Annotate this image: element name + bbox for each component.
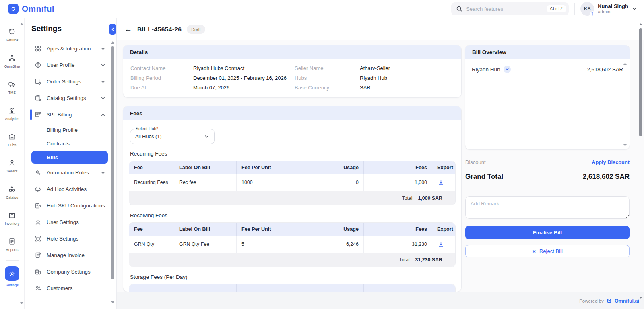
- close-icon: ×: [532, 248, 536, 254]
- search-box[interactable]: Ctrl/: [451, 2, 569, 15]
- expand-hub-button[interactable]: [504, 66, 511, 73]
- omniful-logo[interactable]: Omniful: [8, 4, 54, 14]
- scroll-up-icon[interactable]: [623, 63, 627, 65]
- reject-bill-button[interactable]: × Reject Bill: [465, 245, 630, 257]
- rail-item-catalog[interactable]: Catalog: [6, 185, 18, 199]
- chevron-down-icon: [505, 67, 509, 71]
- select-hub-dropdown[interactable]: Select Hub* All Hubs (1): [130, 129, 215, 144]
- analytics-icon: [8, 106, 16, 114]
- nav-role-settings[interactable]: Role Settings: [25, 230, 111, 247]
- powered-by-brand[interactable]: Omniful.ai: [615, 298, 639, 304]
- apps-icon: [35, 45, 41, 52]
- download-icon[interactable]: [438, 241, 444, 247]
- chevron-down-icon: [101, 170, 105, 175]
- rail-item-hubs[interactable]: Hubs: [8, 133, 17, 147]
- nav-catalog-settings[interactable]: Catalog Settings: [25, 90, 111, 106]
- avatar: KS: [580, 2, 594, 16]
- rail-item-tms[interactable]: TMS: [8, 80, 16, 95]
- nav-contracts[interactable]: Contracts: [25, 137, 111, 150]
- main-area: ← BILL-45654-26 Draft Details Contract N…: [117, 18, 644, 309]
- company-icon: [35, 268, 41, 275]
- fee-link[interactable]: GRN Qty: [129, 236, 174, 253]
- user-role: admin: [598, 9, 628, 14]
- nav-billing-profile[interactable]: Billing Profile: [25, 123, 111, 137]
- rail-scroll-up-icon[interactable]: [20, 23, 23, 25]
- table-total-row: Total 1,000 SAR: [129, 191, 455, 205]
- powered-by-label: Powered by: [579, 299, 604, 303]
- chevron-down-icon: [101, 96, 105, 101]
- field-value: December 01, 2025 - February 16, 2026: [193, 75, 295, 81]
- nav-hub-sku-configurations[interactable]: Hub SKU Configurations: [25, 197, 111, 214]
- rail-item-sellers[interactable]: Sellers: [7, 159, 18, 173]
- rail-item-inventory[interactable]: Inventory: [5, 211, 19, 226]
- divider: [465, 189, 630, 189]
- rail-item-settings[interactable]: Settings: [5, 266, 19, 287]
- chevron-up-icon: [101, 112, 105, 117]
- bill-overview-title: Bill Overview: [465, 45, 630, 59]
- collapse-sidebar-button[interactable]: [109, 24, 116, 35]
- back-button[interactable]: ←: [124, 25, 132, 33]
- role-icon: [35, 235, 41, 242]
- nav-bills-active[interactable]: Bills: [31, 151, 108, 164]
- table-header: Fee Label On Bill Fee Per Unit Usage Fee…: [129, 161, 455, 174]
- scroll-up-icon[interactable]: [639, 23, 642, 25]
- nav-automation-rules[interactable]: Automation Rules: [25, 164, 111, 181]
- rail-divider: [6, 260, 19, 261]
- order-settings-icon: [35, 78, 41, 85]
- settings-sidebar: Settings Apps & Integration User Profile…: [25, 18, 117, 309]
- nav-manage-invoice[interactable]: Manage Invoice: [25, 247, 111, 263]
- gear-badge-icon: [590, 11, 595, 17]
- fees-card-title: Fees: [123, 106, 461, 120]
- rail-item-analytics[interactable]: Analytics: [5, 106, 19, 121]
- nav-customers[interactable]: Customers: [25, 280, 111, 297]
- scroll-down-icon[interactable]: [623, 144, 627, 146]
- download-icon[interactable]: [438, 180, 444, 186]
- scrollbar-thumb[interactable]: [639, 28, 642, 136]
- nav-user-settings[interactable]: User Settings: [25, 214, 111, 230]
- nav-user-profile[interactable]: User Profile: [25, 57, 111, 73]
- shapes-icon: [8, 185, 16, 193]
- user-gear-icon: [35, 219, 41, 226]
- apply-discount-link[interactable]: Apply Discount: [592, 159, 630, 165]
- scroll-down-icon[interactable]: [639, 297, 642, 299]
- rail-item-reports[interactable]: Reports: [6, 237, 19, 252]
- receiving-fees-table: Fee Label On Bill Fee Per Unit Usage Fee…: [129, 222, 456, 267]
- main-scrollbar[interactable]: [638, 18, 644, 309]
- nav-ad-hoc-activities[interactable]: Ad Hoc Activities: [25, 181, 111, 197]
- details-card: Details Contract Name Riyadh Hubs Contra…: [123, 45, 462, 98]
- box-icon: [8, 211, 16, 219]
- ad-hoc-icon: [35, 186, 41, 193]
- customers-icon: [35, 285, 41, 292]
- field-value: Atharv-Seller: [360, 65, 454, 71]
- search-input[interactable]: [466, 6, 543, 12]
- scroll-down-icon[interactable]: [111, 301, 114, 303]
- bill-overview-card: Bill Overview Riyadh Hub 2,618,602 SAR: [465, 45, 630, 150]
- nav-order-settings[interactable]: Order Settings: [25, 73, 111, 90]
- nav-3pl-billing[interactable]: 3PL Billing: [25, 106, 111, 123]
- table-row: Recurring Fees Rec fee 1000 0 1,000: [129, 174, 455, 191]
- chevron-left-icon: [110, 27, 115, 32]
- scroll-up-icon[interactable]: [111, 41, 114, 44]
- catalog-settings-icon: [35, 95, 41, 102]
- rail-item-returns[interactable]: Returns: [6, 28, 19, 42]
- user-name: Kunal Singh: [598, 4, 628, 10]
- finalise-bill-button[interactable]: Finalise Bill: [465, 226, 630, 239]
- document-icon: [8, 237, 16, 245]
- automation-icon: [35, 169, 41, 176]
- field-label: Seller Name: [295, 65, 360, 71]
- table-row: GRN Qty GRN Qty Fee 5 6,246 31,230: [129, 236, 455, 253]
- module-rail: Returns OmniShip TMS Analytics Hubs Sell…: [0, 18, 25, 309]
- rail-scroll-down-icon[interactable]: [20, 302, 23, 304]
- user-menu[interactable]: KS Kunal Singh admin: [580, 2, 638, 16]
- omniship-icon: [8, 54, 16, 62]
- settings-title: Settings: [25, 18, 116, 36]
- field-value: Riyadh Hub: [360, 75, 454, 81]
- remark-input[interactable]: [465, 196, 630, 219]
- nav-company-settings[interactable]: Company Settings: [25, 263, 111, 280]
- rail-item-omniship[interactable]: OmniShip: [4, 54, 20, 68]
- fee-link[interactable]: Recurring Fees: [129, 174, 174, 191]
- details-card-title: Details: [123, 45, 461, 59]
- nav-apps-integration[interactable]: Apps & Integration: [25, 40, 111, 57]
- scrollbar-thumb[interactable]: [111, 46, 114, 279]
- settings-nav-scrollbar[interactable]: [111, 42, 114, 309]
